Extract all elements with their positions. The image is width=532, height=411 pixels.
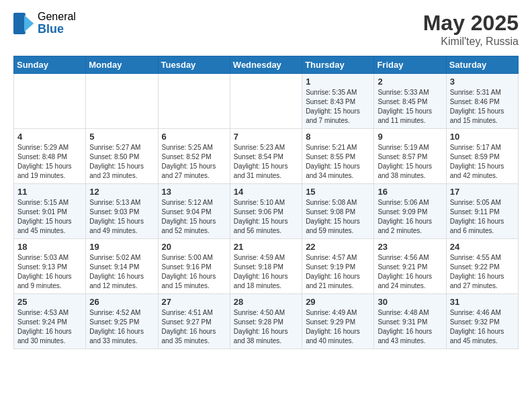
day-number: 7 <box>234 132 298 142</box>
day-header-monday: Monday <box>86 56 158 74</box>
calendar-cell: 30Sunrise: 4:48 AM Sunset: 9:31 PM Dayli… <box>374 294 446 349</box>
day-info: Sunrise: 5:29 AM Sunset: 8:48 PM Dayligh… <box>17 143 82 181</box>
day-number: 29 <box>306 297 370 307</box>
calendar-week-row: 25Sunrise: 4:53 AM Sunset: 9:24 PM Dayli… <box>14 294 519 349</box>
day-info: Sunrise: 4:55 AM Sunset: 9:22 PM Dayligh… <box>450 253 515 291</box>
title-block: May 2025 Kimil'tey, Russia <box>423 11 519 48</box>
day-info: Sunrise: 5:23 AM Sunset: 8:54 PM Dayligh… <box>234 143 298 181</box>
calendar-week-row: 11Sunrise: 5:15 AM Sunset: 9:01 PM Dayli… <box>14 184 519 239</box>
calendar-cell: 8Sunrise: 5:21 AM Sunset: 8:55 PM Daylig… <box>302 129 374 184</box>
day-number: 17 <box>450 187 515 197</box>
day-info: Sunrise: 4:49 AM Sunset: 9:29 PM Dayligh… <box>306 308 370 346</box>
calendar-cell: 19Sunrise: 5:02 AM Sunset: 9:14 PM Dayli… <box>86 239 158 294</box>
calendar-cell: 15Sunrise: 5:08 AM Sunset: 9:08 PM Dayli… <box>302 184 374 239</box>
calendar-cell: 9Sunrise: 5:19 AM Sunset: 8:57 PM Daylig… <box>374 129 446 184</box>
day-header-tuesday: Tuesday <box>158 56 230 74</box>
calendar-cell <box>14 74 86 129</box>
day-info: Sunrise: 5:03 AM Sunset: 9:13 PM Dayligh… <box>17 253 82 291</box>
calendar-cell: 6Sunrise: 5:25 AM Sunset: 8:52 PM Daylig… <box>158 129 230 184</box>
day-number: 9 <box>378 132 442 142</box>
calendar-cell: 27Sunrise: 4:51 AM Sunset: 9:27 PM Dayli… <box>158 294 230 349</box>
calendar-subtitle: Kimil'tey, Russia <box>423 36 519 48</box>
day-info: Sunrise: 5:10 AM Sunset: 9:06 PM Dayligh… <box>234 198 298 236</box>
day-number: 25 <box>17 297 82 307</box>
day-number: 18 <box>17 242 82 252</box>
calendar-table: SundayMondayTuesdayWednesdayThursdayFrid… <box>13 56 519 349</box>
day-number: 6 <box>162 132 226 142</box>
calendar-cell: 18Sunrise: 5:03 AM Sunset: 9:13 PM Dayli… <box>14 239 86 294</box>
calendar-cell: 2Sunrise: 5:33 AM Sunset: 8:45 PM Daylig… <box>374 74 446 129</box>
day-info: Sunrise: 5:00 AM Sunset: 9:16 PM Dayligh… <box>162 253 226 291</box>
calendar-cell: 17Sunrise: 5:05 AM Sunset: 9:11 PM Dayli… <box>446 184 518 239</box>
day-info: Sunrise: 5:35 AM Sunset: 8:43 PM Dayligh… <box>306 88 370 126</box>
day-info: Sunrise: 5:21 AM Sunset: 8:55 PM Dayligh… <box>306 143 370 181</box>
day-number: 13 <box>162 187 226 197</box>
day-info: Sunrise: 5:08 AM Sunset: 9:08 PM Dayligh… <box>306 198 370 236</box>
calendar-cell: 21Sunrise: 4:59 AM Sunset: 9:18 PM Dayli… <box>230 239 302 294</box>
calendar-cell <box>230 74 302 129</box>
calendar-title: May 2025 <box>423 11 519 36</box>
day-info: Sunrise: 5:33 AM Sunset: 8:45 PM Dayligh… <box>378 88 442 126</box>
day-number: 19 <box>89 242 154 252</box>
calendar-cell: 24Sunrise: 4:55 AM Sunset: 9:22 PM Dayli… <box>446 239 518 294</box>
day-number: 4 <box>17 132 82 142</box>
day-info: Sunrise: 4:48 AM Sunset: 9:31 PM Dayligh… <box>378 308 442 346</box>
day-number: 31 <box>450 297 515 307</box>
day-info: Sunrise: 5:27 AM Sunset: 8:50 PM Dayligh… <box>89 143 154 181</box>
calendar-header-row: SundayMondayTuesdayWednesdayThursdayFrid… <box>14 56 519 74</box>
svg-marker-1 <box>24 15 34 32</box>
calendar-cell: 4Sunrise: 5:29 AM Sunset: 8:48 PM Daylig… <box>14 129 86 184</box>
logo-general: General <box>38 11 76 23</box>
day-number: 30 <box>378 297 442 307</box>
calendar-cell: 14Sunrise: 5:10 AM Sunset: 9:06 PM Dayli… <box>230 184 302 239</box>
day-info: Sunrise: 5:12 AM Sunset: 9:04 PM Dayligh… <box>162 198 226 236</box>
calendar-cell: 3Sunrise: 5:31 AM Sunset: 8:46 PM Daylig… <box>446 74 518 129</box>
calendar-cell: 1Sunrise: 5:35 AM Sunset: 8:43 PM Daylig… <box>302 74 374 129</box>
calendar-cell: 10Sunrise: 5:17 AM Sunset: 8:59 PM Dayli… <box>446 129 518 184</box>
day-header-sunday: Sunday <box>14 56 86 74</box>
page-header: General Blue May 2025 Kimil'tey, Russia <box>13 11 519 48</box>
day-info: Sunrise: 4:53 AM Sunset: 9:24 PM Dayligh… <box>17 308 82 346</box>
logo-text: General Blue <box>38 11 76 36</box>
calendar-page: General Blue May 2025 Kimil'tey, Russia … <box>0 0 532 363</box>
day-number: 5 <box>89 132 154 142</box>
day-info: Sunrise: 5:06 AM Sunset: 9:09 PM Dayligh… <box>378 198 442 236</box>
day-number: 1 <box>306 77 370 87</box>
calendar-cell <box>86 74 158 129</box>
day-number: 21 <box>234 242 298 252</box>
day-number: 24 <box>450 242 515 252</box>
day-info: Sunrise: 5:31 AM Sunset: 8:46 PM Dayligh… <box>450 88 515 126</box>
day-info: Sunrise: 5:02 AM Sunset: 9:14 PM Dayligh… <box>89 253 154 291</box>
calendar-cell <box>158 74 230 129</box>
day-info: Sunrise: 4:56 AM Sunset: 9:21 PM Dayligh… <box>378 253 442 291</box>
day-number: 16 <box>378 187 442 197</box>
calendar-cell: 26Sunrise: 4:52 AM Sunset: 9:25 PM Dayli… <box>86 294 158 349</box>
calendar-cell: 23Sunrise: 4:56 AM Sunset: 9:21 PM Dayli… <box>374 239 446 294</box>
day-number: 26 <box>89 297 154 307</box>
day-info: Sunrise: 5:05 AM Sunset: 9:11 PM Dayligh… <box>450 198 515 236</box>
logo: General Blue <box>13 11 76 36</box>
calendar-week-row: 1Sunrise: 5:35 AM Sunset: 8:43 PM Daylig… <box>14 74 519 129</box>
day-info: Sunrise: 4:50 AM Sunset: 9:28 PM Dayligh… <box>234 308 298 346</box>
day-number: 10 <box>450 132 515 142</box>
calendar-cell: 16Sunrise: 5:06 AM Sunset: 9:09 PM Dayli… <box>374 184 446 239</box>
day-number: 28 <box>234 297 298 307</box>
day-number: 3 <box>450 77 515 87</box>
day-info: Sunrise: 5:13 AM Sunset: 9:03 PM Dayligh… <box>89 198 154 236</box>
day-number: 27 <box>162 297 226 307</box>
day-number: 12 <box>89 187 154 197</box>
day-header-friday: Friday <box>374 56 446 74</box>
calendar-cell: 25Sunrise: 4:53 AM Sunset: 9:24 PM Dayli… <box>14 294 86 349</box>
day-number: 23 <box>378 242 442 252</box>
day-header-wednesday: Wednesday <box>230 56 302 74</box>
calendar-cell: 28Sunrise: 4:50 AM Sunset: 9:28 PM Dayli… <box>230 294 302 349</box>
calendar-cell: 13Sunrise: 5:12 AM Sunset: 9:04 PM Dayli… <box>158 184 230 239</box>
day-number: 15 <box>306 187 370 197</box>
calendar-cell: 7Sunrise: 5:23 AM Sunset: 8:54 PM Daylig… <box>230 129 302 184</box>
day-info: Sunrise: 5:19 AM Sunset: 8:57 PM Dayligh… <box>378 143 442 181</box>
day-number: 14 <box>234 187 298 197</box>
calendar-week-row: 18Sunrise: 5:03 AM Sunset: 9:13 PM Dayli… <box>14 239 519 294</box>
day-info: Sunrise: 5:25 AM Sunset: 8:52 PM Dayligh… <box>162 143 226 181</box>
day-info: Sunrise: 5:17 AM Sunset: 8:59 PM Dayligh… <box>450 143 515 181</box>
day-number: 22 <box>306 242 370 252</box>
